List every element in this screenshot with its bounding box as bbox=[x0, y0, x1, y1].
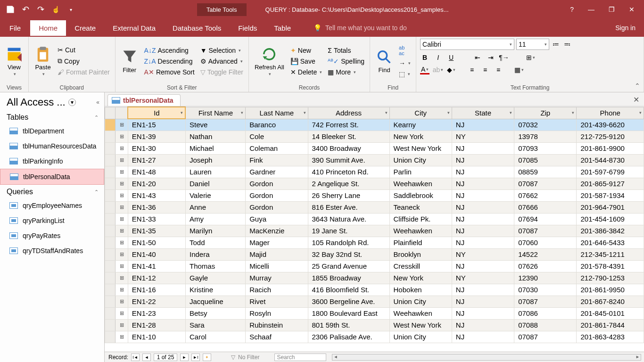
find-button[interactable]: Find bbox=[374, 48, 395, 74]
underline-button[interactable]: U bbox=[446, 53, 456, 62]
row-selector[interactable] bbox=[105, 248, 116, 260]
cell-last-name[interactable]: Rosyln bbox=[246, 307, 308, 319]
cell-last-name[interactable]: Cole bbox=[246, 131, 308, 142]
cell-first-name[interactable]: Joseph bbox=[185, 154, 245, 166]
table-row[interactable]: ⊞EN1-36AnneGordon816 Ester Ave.TeaneckNJ… bbox=[105, 201, 644, 213]
cell-id[interactable]: EN1-35 bbox=[128, 225, 185, 237]
cell-id[interactable]: EN1-50 bbox=[128, 237, 185, 248]
cell-phone[interactable]: 201-867-8240 bbox=[577, 296, 644, 307]
table-row[interactable]: ⊞EN1-27JosephFink390 Summit Ave.Union Ci… bbox=[105, 154, 644, 166]
table-row[interactable]: ⊞EN1-12GayleMurray1855 BroadwayNew YorkN… bbox=[105, 272, 644, 284]
cell-id[interactable]: EN1-33 bbox=[128, 213, 185, 225]
nav-item-qryTDStaffAndRates[interactable]: qryTDStaffAndRates bbox=[0, 243, 104, 258]
cell-first-name[interactable]: Anne bbox=[185, 201, 245, 213]
tab-fields[interactable]: Fields bbox=[230, 20, 265, 36]
cell-id[interactable]: EN1-36 bbox=[128, 201, 185, 213]
cell-phone[interactable]: 212-790-1253 bbox=[577, 272, 644, 284]
cell-last-name[interactable]: Gardner bbox=[246, 166, 308, 178]
spelling-button[interactable]: ᴬᴮ✓Spelling bbox=[326, 57, 366, 66]
copy-button[interactable]: ⧉Copy bbox=[56, 56, 111, 66]
cell-phone[interactable]: 201-386-3842 bbox=[577, 225, 644, 237]
cell-city[interactable]: Union City bbox=[389, 296, 452, 307]
expand-icon[interactable]: ⊞ bbox=[116, 119, 128, 131]
tab-file[interactable]: File bbox=[0, 20, 30, 36]
row-selector[interactable] bbox=[105, 272, 116, 284]
cell-address[interactable]: 25 Grand Avenue bbox=[308, 260, 389, 272]
cell-address[interactable]: 14 Bleeker St. bbox=[308, 131, 389, 142]
cell-id[interactable]: EN1-40 bbox=[128, 248, 185, 260]
cell-zip[interactable]: 07694 bbox=[514, 213, 577, 225]
font-color-button[interactable]: A▾ bbox=[420, 65, 429, 74]
cell-city[interactable]: Union City bbox=[389, 331, 452, 343]
cell-phone[interactable]: 201-845-0101 bbox=[577, 307, 644, 319]
cell-address[interactable]: 2306 Palisade Ave. bbox=[308, 331, 389, 343]
expand-icon[interactable]: ⊞ bbox=[116, 225, 128, 237]
cell-state[interactable]: NJ bbox=[452, 331, 514, 343]
cell-city[interactable]: Parlin bbox=[389, 166, 452, 178]
totals-button[interactable]: ΣTotals bbox=[326, 46, 366, 55]
column-dropdown-icon[interactable]: ▾ bbox=[572, 110, 574, 115]
cell-first-name[interactable]: Thomas bbox=[185, 260, 245, 272]
cell-last-name[interactable]: Rubinstein bbox=[246, 319, 308, 331]
cell-city[interactable]: Saddlebrook bbox=[389, 189, 452, 201]
column-dropdown-icon[interactable]: ▾ bbox=[385, 110, 388, 115]
more-button[interactable]: ▦More▾ bbox=[326, 67, 366, 77]
cell-state[interactable]: NJ bbox=[452, 142, 514, 154]
cell-city[interactable]: Brooklyn bbox=[389, 248, 452, 260]
ltr-icon[interactable]: ¶→ bbox=[499, 53, 509, 62]
numbering-icon[interactable]: ≕ bbox=[562, 40, 572, 49]
font-size-select[interactable]: 11▾ bbox=[516, 39, 549, 50]
expand-icon[interactable]: ⊞ bbox=[116, 272, 128, 284]
expand-icon[interactable]: ⊞ bbox=[116, 307, 128, 319]
cell-city[interactable]: Union City bbox=[389, 154, 452, 166]
column-dropdown-icon[interactable]: ▾ bbox=[304, 110, 306, 115]
cell-state[interactable]: NJ bbox=[452, 189, 514, 201]
cell-zip[interactable]: 14522 bbox=[514, 248, 577, 260]
cell-first-name[interactable]: Steve bbox=[185, 119, 245, 131]
tab-table[interactable]: Table bbox=[265, 20, 299, 36]
cell-address[interactable]: 1800 Boulevard East bbox=[308, 307, 389, 319]
decrease-indent-icon[interactable]: ⇤ bbox=[473, 53, 482, 62]
align-center-icon[interactable]: ≡ bbox=[480, 65, 490, 74]
view-button[interactable]: View ▾ bbox=[4, 45, 25, 77]
cell-city[interactable]: Cresskill bbox=[389, 260, 452, 272]
cell-city[interactable]: West New York bbox=[389, 142, 452, 154]
undo-icon[interactable]: ↶ bbox=[21, 5, 30, 14]
align-right-icon[interactable]: ≡ bbox=[494, 65, 503, 74]
row-selector[interactable] bbox=[105, 166, 116, 178]
minimize-icon[interactable]: — bbox=[588, 6, 594, 13]
save-icon[interactable] bbox=[6, 5, 15, 14]
row-selector[interactable] bbox=[105, 142, 116, 154]
cell-zip[interactable]: 07030 bbox=[514, 284, 577, 296]
cell-city[interactable]: New York bbox=[389, 131, 452, 142]
cell-phone[interactable]: 212-345-1211 bbox=[577, 248, 644, 260]
expand-icon[interactable]: ⊞ bbox=[116, 284, 128, 296]
tab-home[interactable]: Home bbox=[30, 20, 66, 36]
cell-first-name[interactable]: Carol bbox=[185, 331, 245, 343]
row-selector[interactable] bbox=[105, 201, 116, 213]
column-header-zip[interactable]: Zip▾ bbox=[514, 107, 577, 119]
cell-address[interactable]: 32 Bay 32nd St. bbox=[308, 248, 389, 260]
filter-button[interactable]: Filter bbox=[119, 48, 140, 74]
cell-address[interactable]: 2 Angelique St. bbox=[308, 178, 389, 189]
cell-last-name[interactable]: Micelli bbox=[246, 260, 308, 272]
cell-zip[interactable]: 07086 bbox=[514, 307, 577, 319]
cell-city[interactable]: Hoboken bbox=[389, 284, 452, 296]
cell-first-name[interactable]: Valerie bbox=[185, 189, 245, 201]
refresh-all-button[interactable]: Refresh All ▾ bbox=[253, 45, 286, 77]
column-header-address[interactable]: Address▾ bbox=[308, 107, 389, 119]
qat-dropdown-icon[interactable]: ▾ bbox=[66, 5, 75, 14]
cell-phone[interactable]: 201-865-9127 bbox=[577, 178, 644, 189]
cell-state[interactable]: NJ bbox=[452, 237, 514, 248]
advanced-button[interactable]: ⚙Advanced▾ bbox=[199, 57, 245, 66]
record-position-input[interactable] bbox=[154, 354, 177, 361]
cell-first-name[interactable]: Sara bbox=[185, 319, 245, 331]
cell-state[interactable]: NJ bbox=[452, 319, 514, 331]
new-record-button[interactable]: ✦ bbox=[203, 354, 211, 361]
row-selector[interactable] bbox=[105, 307, 116, 319]
tab-external-data[interactable]: External Data bbox=[104, 20, 164, 36]
cell-id[interactable]: EN1-22 bbox=[128, 296, 185, 307]
close-icon[interactable]: ✕ bbox=[629, 6, 635, 13]
shutter-bar-icon[interactable]: « bbox=[96, 99, 99, 106]
expand-icon[interactable]: ⊞ bbox=[116, 154, 128, 166]
